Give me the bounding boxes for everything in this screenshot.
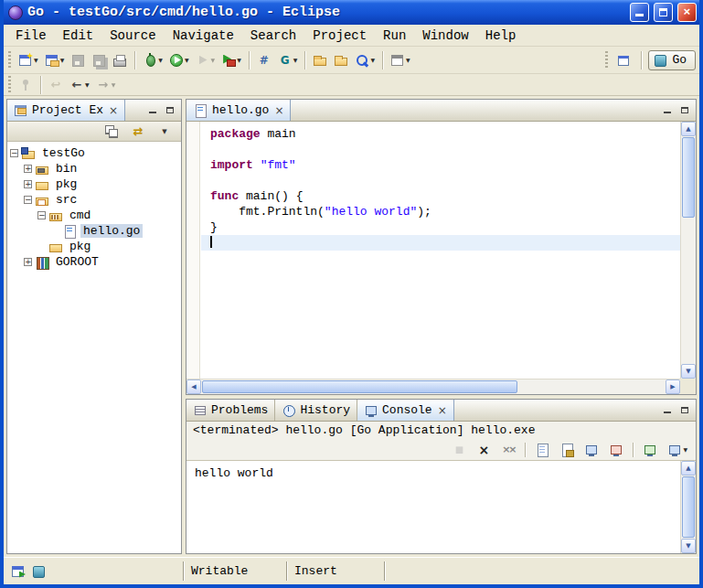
dropdown-arrow-icon[interactable]: ▼ [60, 57, 65, 63]
console-output[interactable]: hello world [186, 461, 680, 553]
editor-vertical-scrollbar[interactable]: ▲ ▼ [680, 122, 696, 379]
tree-node-bin[interactable]: +bin [7, 161, 181, 176]
show-stderr-button[interactable] [606, 439, 626, 461]
collapse-icon[interactable]: − [37, 211, 46, 219]
tree-node-testGo[interactable]: −testGo [7, 145, 181, 161]
maximize-button[interactable] [654, 3, 673, 22]
menu-run[interactable]: Run [375, 28, 414, 43]
remove-all-terminated-button[interactable]: ×× [498, 439, 518, 461]
dropdown-arrow-icon[interactable]: ▼ [406, 57, 410, 63]
view-menu-button[interactable]: ▼ [154, 121, 175, 143]
go-package-button[interactable]: # [254, 49, 274, 71]
run-last-button[interactable]: ▼ [193, 49, 218, 71]
link-with-editor-button[interactable]: ⇄ [128, 121, 148, 143]
toolbar-grip[interactable] [605, 51, 608, 69]
scroll-thumb[interactable] [202, 380, 517, 393]
open-perspective-button[interactable]: + [614, 49, 634, 71]
open-resource-button[interactable] [310, 49, 330, 71]
scroll-lock-button[interactable] [557, 439, 577, 461]
expand-icon[interactable]: + [24, 165, 32, 173]
minimize-view-button[interactable] [660, 104, 674, 116]
tab-project-explorer[interactable]: Project Ex × [7, 100, 125, 121]
close-icon[interactable]: × [274, 104, 283, 117]
print-button[interactable] [110, 49, 130, 71]
tree-node-cmd[interactable]: −cmd [7, 208, 181, 223]
menu-file[interactable]: File [7, 28, 55, 43]
dropdown-arrow-icon[interactable]: ▼ [158, 57, 163, 63]
save-all-button[interactable] [89, 49, 109, 71]
scroll-thumb[interactable] [682, 137, 695, 218]
scroll-up-button[interactable]: ▲ [681, 461, 696, 476]
expand-icon[interactable]: + [24, 258, 32, 266]
debug-button[interactable]: ▼ [140, 49, 165, 71]
dropdown-arrow-icon[interactable]: ▼ [112, 81, 116, 88]
dropdown-arrow-icon[interactable]: ▼ [683, 446, 687, 453]
menu-window[interactable]: Window [414, 28, 476, 43]
menu-source[interactable]: Source [101, 28, 164, 43]
tree-node-src[interactable]: −src [7, 192, 181, 208]
remove-launch-button[interactable]: × [474, 439, 494, 461]
open-console-button[interactable]: ▼ [665, 439, 690, 461]
console-vertical-scrollbar[interactable]: ▲ ▼ [680, 461, 696, 553]
annotations-button[interactable]: ▼ [388, 49, 413, 71]
collapse-icon[interactable]: − [10, 149, 18, 157]
scroll-down-button[interactable]: ▼ [681, 539, 696, 553]
collapse-icon[interactable]: − [24, 196, 32, 204]
pin-editor-button[interactable] [16, 74, 36, 96]
scroll-up-button[interactable]: ▲ [681, 122, 696, 136]
tab-console[interactable]: Console× [357, 400, 454, 421]
dropdown-arrow-icon[interactable]: ▼ [85, 81, 90, 88]
toolbar-grip[interactable] [8, 76, 11, 94]
menu-help[interactable]: Help [477, 28, 525, 43]
scroll-thumb[interactable] [682, 476, 695, 538]
tree-node-hello.go[interactable]: hello.go [7, 223, 181, 239]
minimize-view-button[interactable] [660, 404, 674, 416]
expand-icon[interactable]: + [24, 180, 32, 188]
minimize-view-button[interactable] [145, 104, 159, 116]
run-button[interactable]: ▼ [166, 49, 192, 71]
maximize-view-button[interactable] [163, 104, 176, 116]
collapse-all-button[interactable] [101, 121, 122, 143]
scroll-left-button[interactable]: ◀ [186, 380, 201, 394]
tab-hello-go[interactable]: hello.go × [186, 100, 291, 121]
editor-horizontal-scrollbar[interactable]: ◀ ▶ [186, 379, 680, 394]
pin-console-button[interactable] [640, 439, 660, 461]
scroll-down-button[interactable]: ▼ [681, 364, 696, 379]
title-bar[interactable]: Go - testGo/src/cmd/hello.go - Eclipse × [4, 0, 699, 25]
tree-node-GOROOT[interactable]: +GOROOT [7, 254, 181, 270]
dropdown-arrow-icon[interactable]: ▼ [211, 57, 216, 63]
code-area[interactable]: package mainimport "fmt"func main() { fm… [201, 122, 680, 379]
back-history-button[interactable]: ←▼ [67, 74, 92, 96]
clear-console-button[interactable] [532, 439, 552, 461]
terminate-button[interactable]: ■ [449, 439, 469, 461]
dropdown-arrow-icon[interactable]: ▼ [370, 57, 375, 63]
close-icon[interactable]: × [438, 404, 447, 417]
menu-navigate[interactable]: Navigate [165, 28, 242, 43]
last-edit-location-button[interactable]: ↩ [46, 74, 66, 96]
new-project-button[interactable]: ▼ [42, 49, 68, 71]
tree-node-pkg[interactable]: +pkg [7, 176, 181, 192]
show-stdout-button[interactable] [581, 439, 602, 461]
menu-search[interactable]: Search [242, 28, 304, 43]
search-button[interactable]: ▼ [352, 49, 378, 71]
toolbar-grip[interactable] [8, 51, 11, 69]
save-button[interactable] [68, 49, 88, 71]
new-wizard-button[interactable]: ▼ [16, 49, 41, 71]
fast-view-icon[interactable] [11, 564, 26, 579]
open-folder-button[interactable] [331, 49, 351, 71]
menu-edit[interactable]: Edit [55, 28, 102, 43]
forward-history-button[interactable]: →▼ [93, 74, 119, 96]
perspective-go-button[interactable]: Go [648, 50, 696, 70]
tab-problems[interactable]: Problems [186, 400, 275, 421]
dropdown-arrow-icon[interactable]: ▼ [185, 57, 189, 63]
external-tools-button[interactable]: ▼ [218, 49, 244, 71]
maximize-view-button[interactable] [677, 404, 691, 416]
minimize-button[interactable] [630, 3, 649, 22]
tab-history[interactable]: History [275, 400, 357, 421]
dropdown-arrow-icon[interactable]: ▼ [237, 57, 241, 63]
tree-node-pkg[interactable]: pkg [7, 239, 181, 254]
menu-project[interactable]: Project [304, 28, 375, 43]
maximize-view-button[interactable] [677, 104, 691, 116]
dropdown-arrow-icon[interactable]: ▼ [293, 57, 298, 63]
dropdown-arrow-icon[interactable]: ▼ [34, 57, 38, 63]
